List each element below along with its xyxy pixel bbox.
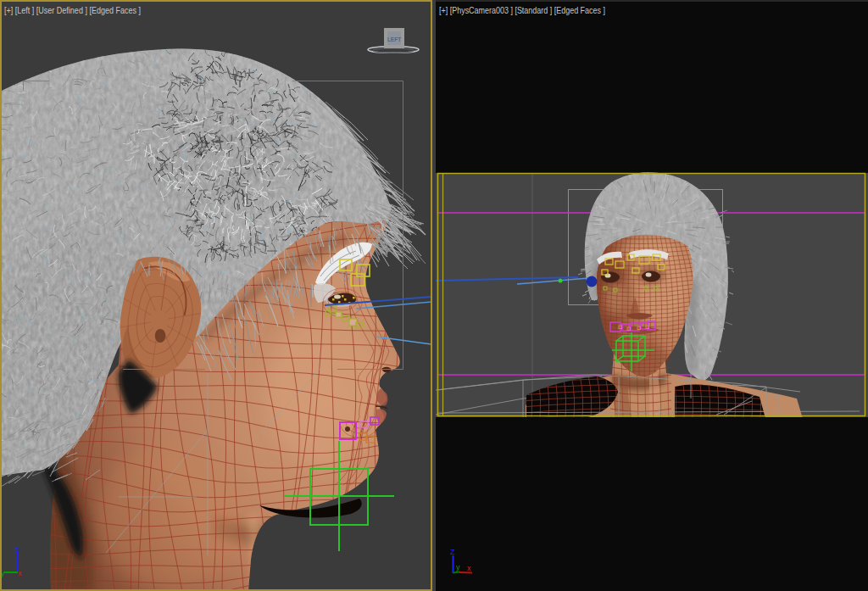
svg-text:x: x [467, 564, 471, 572]
svg-text:LEFT: LEFT [387, 36, 401, 42]
svg-text:[+] [PhysCamera003 ] [Standard: [+] [PhysCamera003 ] [Standard ] [Edged … [439, 5, 605, 15]
svg-text:Z: Z [14, 546, 19, 555]
svg-text:[+] [Left ] [User Defined ] [E: [+] [Left ] [User Defined ] [Edged Faces… [4, 5, 141, 15]
svg-text:Z: Z [450, 548, 455, 556]
svg-text:y: y [456, 563, 460, 571]
svg-text:x: x [18, 569, 22, 577]
